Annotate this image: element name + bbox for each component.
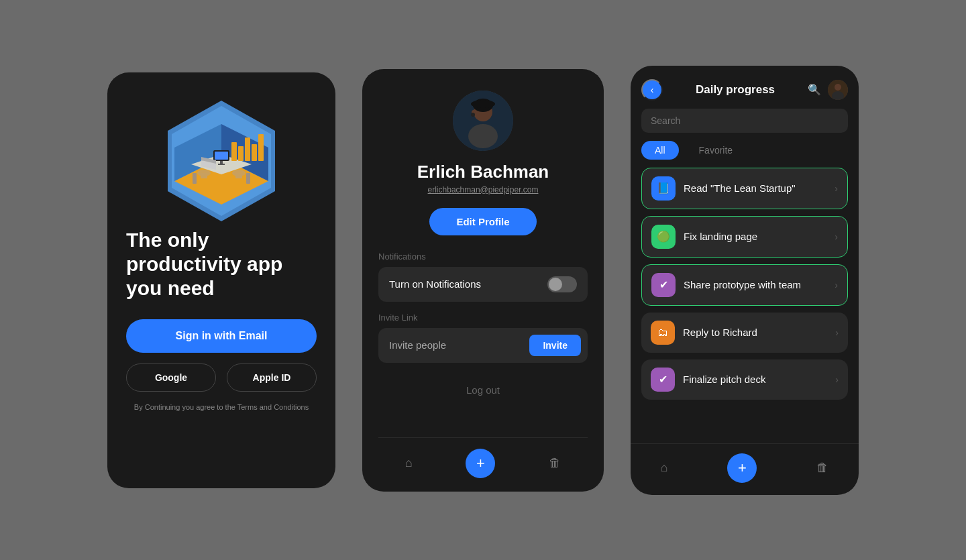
svg-rect-21 bbox=[252, 144, 257, 161]
svg-rect-7 bbox=[246, 173, 250, 184]
svg-point-26 bbox=[471, 100, 495, 108]
home-icon-progress[interactable]: ⌂ bbox=[661, 461, 668, 475]
notifications-toggle[interactable] bbox=[547, 276, 577, 292]
task-icon: ✔ bbox=[651, 273, 676, 297]
task-icon: ✔ bbox=[651, 368, 675, 392]
svg-rect-15 bbox=[201, 173, 207, 178]
hero-illustration bbox=[148, 94, 295, 228]
invite-link-section: Invite Link Invite people Invite bbox=[378, 313, 588, 363]
tasks-list: 📘Read "The Lean Startup"›🟢Fix landing pa… bbox=[631, 168, 859, 435]
logout-button[interactable]: Log out bbox=[466, 384, 500, 396]
task-icon: 🟢 bbox=[651, 225, 676, 249]
filter-favorite-tab[interactable]: Favorite bbox=[686, 141, 747, 160]
notifications-section: Notifications Turn on Notifications bbox=[378, 251, 588, 302]
profile-name: Erlich Bachman bbox=[417, 162, 549, 182]
task-label: Finalize pitch deck bbox=[683, 374, 827, 385]
task-chevron-icon: › bbox=[835, 280, 838, 290]
invite-row: Invite people Invite bbox=[378, 328, 588, 363]
terms-text: By Continuing you agree to the Terms and… bbox=[134, 402, 309, 412]
invite-placeholder: Invite people bbox=[389, 339, 446, 351]
svg-rect-20 bbox=[245, 137, 250, 161]
task-icon: 🗂 bbox=[651, 321, 675, 345]
back-button[interactable]: ‹ bbox=[641, 79, 663, 101]
search-input[interactable] bbox=[641, 109, 848, 133]
task-chevron-icon: › bbox=[835, 183, 838, 194]
screen-login: The only productivity app you need Sign … bbox=[107, 72, 335, 488]
login-title: The only productivity app you need bbox=[126, 228, 317, 300]
notifications-label: Notifications bbox=[378, 251, 588, 262]
filter-all-tab[interactable]: All bbox=[641, 141, 679, 160]
task-label: Fix landing page bbox=[684, 231, 826, 242]
task-item[interactable]: 🟢Fix landing page› bbox=[641, 216, 848, 258]
progress-header: ‹ Daily progress 🔍 bbox=[631, 66, 859, 109]
svg-rect-10 bbox=[220, 161, 223, 164]
svg-rect-18 bbox=[231, 142, 237, 161]
home-icon[interactable]: ⌂ bbox=[405, 456, 413, 470]
google-button[interactable]: Google bbox=[126, 363, 216, 392]
task-item[interactable]: ✔Finalize pitch deck› bbox=[641, 359, 848, 400]
trash-icon[interactable]: 🗑 bbox=[549, 456, 561, 470]
progress-title: Daily progress bbox=[696, 83, 775, 97]
add-fab-progress-button[interactable]: + bbox=[727, 453, 757, 483]
svg-point-29 bbox=[471, 113, 475, 117]
apple-id-button[interactable]: Apple ID bbox=[227, 363, 317, 392]
task-item[interactable]: 📘Read "The Lean Startup"› bbox=[641, 168, 848, 209]
filter-tabs: All Favorite bbox=[631, 141, 859, 168]
svg-rect-9 bbox=[215, 152, 228, 160]
task-icon: 📘 bbox=[651, 176, 676, 201]
svg-rect-11 bbox=[218, 164, 225, 165]
profile-email: erlichbachman@piedpiper.com bbox=[428, 185, 539, 194]
notifications-toggle-label: Turn on Notifications bbox=[389, 278, 481, 290]
social-buttons: Google Apple ID bbox=[126, 363, 317, 392]
task-chevron-icon: › bbox=[835, 327, 839, 338]
svg-point-27 bbox=[468, 124, 498, 148]
header-right: 🔍 bbox=[808, 80, 848, 100]
svg-rect-19 bbox=[238, 146, 244, 161]
profile-bottom-bar: ⌂ + 🗑 bbox=[378, 437, 588, 492]
progress-bottom-bar: ⌂ + 🗑 bbox=[631, 443, 859, 495]
edit-profile-button[interactable]: Edit Profile bbox=[429, 208, 536, 235]
svg-rect-17 bbox=[235, 173, 242, 178]
trash-icon-progress[interactable]: 🗑 bbox=[816, 461, 828, 475]
task-label: Share prototype with team bbox=[684, 279, 826, 290]
task-item[interactable]: 🗂Reply to Richard› bbox=[641, 313, 848, 353]
user-avatar-small bbox=[828, 80, 848, 100]
task-chevron-icon: › bbox=[835, 374, 839, 385]
invite-link-label: Invite Link bbox=[378, 313, 588, 323]
search-icon[interactable]: 🔍 bbox=[808, 83, 821, 96]
task-label: Read "The Lean Startup" bbox=[684, 182, 826, 194]
screen-progress: ‹ Daily progress 🔍 All Favorite 📘Read "T… bbox=[631, 66, 859, 495]
sign-in-email-button[interactable]: Sign in with Email bbox=[126, 319, 317, 353]
add-fab-button[interactable]: + bbox=[466, 449, 495, 478]
invite-button[interactable]: Invite bbox=[529, 335, 581, 356]
notifications-row: Turn on Notifications bbox=[378, 267, 588, 302]
search-input-wrap bbox=[631, 109, 859, 141]
screen-profile: Erlich Bachman erlichbachman@piedpiper.c… bbox=[362, 69, 604, 492]
task-chevron-icon: › bbox=[835, 231, 838, 242]
task-item[interactable]: ✔Share prototype with team› bbox=[641, 264, 848, 306]
svg-point-31 bbox=[835, 84, 841, 91]
task-label: Reply to Richard bbox=[683, 327, 827, 338]
svg-rect-6 bbox=[193, 173, 197, 184]
svg-rect-22 bbox=[258, 134, 264, 161]
profile-avatar bbox=[453, 91, 513, 151]
